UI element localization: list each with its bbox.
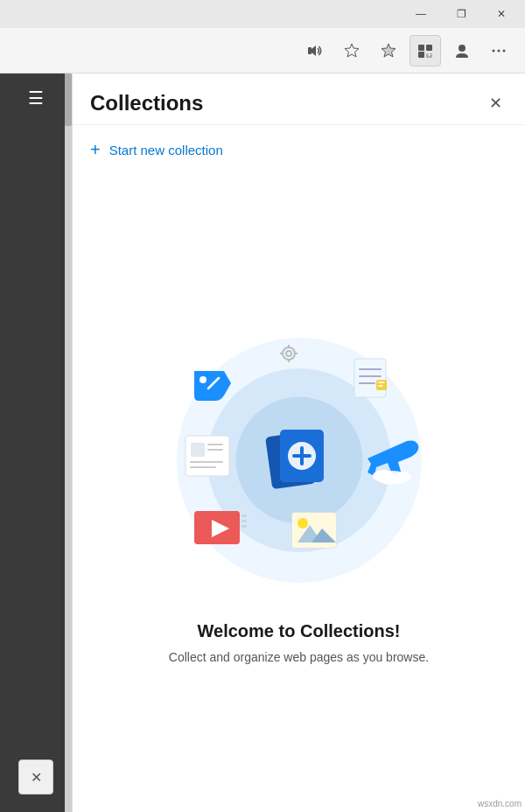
- svg-rect-44: [242, 525, 247, 528]
- svg-point-9: [503, 49, 506, 52]
- svg-rect-3: [418, 52, 424, 58]
- svg-point-11: [286, 351, 291, 356]
- svg-rect-0: [308, 47, 312, 54]
- main-area: ☰ ✕ Collections ✕ + Start new collection: [0, 74, 525, 812]
- sidebar-scrollbar[interactable]: [65, 74, 72, 812]
- panel-title: Collections: [90, 91, 203, 116]
- illustration-area: Welcome to Collections! Collect and orga…: [73, 174, 525, 812]
- svg-rect-18: [354, 359, 386, 397]
- svg-rect-42: [242, 514, 247, 517]
- favorites-icon: [343, 42, 360, 60]
- svg-rect-22: [376, 380, 387, 390]
- watermark: wsxdn.com: [478, 799, 522, 808]
- read-aloud-button[interactable]: [299, 35, 331, 66]
- restore-button[interactable]: ❐: [441, 0, 481, 28]
- svg-rect-2: [426, 45, 432, 51]
- profile-button[interactable]: [446, 35, 478, 66]
- close-icon: ✕: [31, 769, 42, 786]
- collections-button[interactable]: +: [410, 35, 441, 66]
- read-aloud-icon: [306, 42, 324, 60]
- welcome-text: Welcome to Collections! Collect and orga…: [169, 621, 429, 667]
- sidebar: ☰ ✕: [0, 74, 72, 812]
- more-icon: [490, 42, 508, 60]
- illustration: [159, 320, 439, 600]
- chain-icon: [275, 345, 303, 373]
- panel-close-button[interactable]: ✕: [483, 91, 508, 116]
- reading-list-button[interactable]: [373, 35, 404, 66]
- document-icon: [350, 357, 394, 405]
- svg-point-38: [394, 472, 411, 482]
- hamburger-icon: ☰: [28, 88, 44, 108]
- news-icon: [184, 434, 231, 478]
- svg-rect-43: [242, 520, 247, 522]
- panel-header: Collections ✕: [73, 74, 525, 125]
- reading-list-icon: [380, 42, 397, 60]
- profile-icon: [453, 42, 471, 60]
- svg-point-47: [298, 518, 308, 528]
- start-collection-label: Start new collection: [109, 143, 223, 158]
- title-bar: — ❐ ✕: [0, 0, 525, 28]
- svg-point-16: [200, 376, 206, 383]
- tag-icon: [186, 362, 236, 413]
- svg-point-10: [283, 347, 295, 360]
- browser-toolbar: +: [0, 28, 525, 74]
- airplane-icon: [359, 432, 422, 485]
- welcome-desc: Collect and organize web pages as you br…: [169, 648, 429, 667]
- scrollbar-thumb: [65, 74, 72, 126]
- svg-point-37: [373, 470, 394, 482]
- svg-point-8: [498, 49, 500, 52]
- svg-point-6: [458, 45, 466, 52]
- plus-icon: +: [90, 141, 101, 158]
- svg-rect-26: [191, 443, 205, 457]
- video-icon: [192, 508, 248, 555]
- minimize-button[interactable]: —: [401, 0, 441, 28]
- close-window-button[interactable]: ✕: [481, 0, 522, 28]
- start-new-collection-button[interactable]: + Start new collection: [73, 132, 525, 167]
- welcome-title: Welcome to Collections!: [169, 621, 429, 641]
- collections-panel: Collections ✕ + Start new collection: [72, 74, 525, 812]
- sidebar-menu-button[interactable]: ☰: [15, 80, 57, 116]
- image-icon: [290, 511, 338, 550]
- svg-rect-1: [418, 45, 424, 51]
- sidebar-close-button[interactable]: ✕: [18, 760, 53, 794]
- svg-text:+: +: [428, 52, 431, 58]
- svg-point-7: [493, 49, 495, 52]
- center-collections-icon: [264, 425, 334, 495]
- more-options-button[interactable]: [483, 35, 514, 66]
- favorites-button[interactable]: [336, 35, 368, 66]
- collections-icon: +: [416, 42, 434, 60]
